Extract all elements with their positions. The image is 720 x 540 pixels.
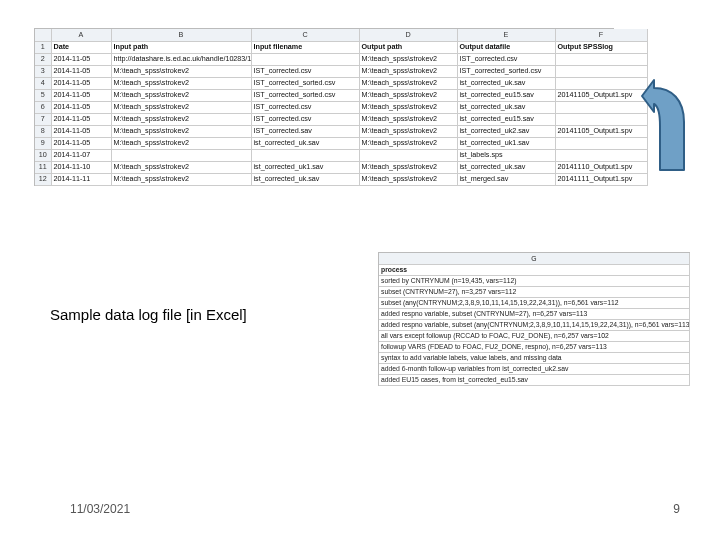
cell[interactable]: subset (CNTRYNUM=27), n=3,257 vars=112 bbox=[379, 286, 690, 297]
header-cell[interactable]: Output datafile bbox=[457, 41, 555, 53]
header-cell[interactable]: Input filename bbox=[251, 41, 359, 53]
cell[interactable]: 2014-11-05 bbox=[51, 137, 111, 149]
cell[interactable]: M:\teach_spss\strokev2 bbox=[359, 137, 457, 149]
cell[interactable]: 20141105_Output1.spv bbox=[555, 89, 647, 101]
cell[interactable]: M:\teach_spss\strokev2 bbox=[111, 125, 251, 137]
row-number[interactable]: 9 bbox=[35, 137, 51, 149]
cell[interactable]: 2014-11-05 bbox=[51, 113, 111, 125]
col-letter[interactable]: B bbox=[111, 29, 251, 41]
col-letter[interactable]: E bbox=[457, 29, 555, 41]
cell[interactable]: 2014-11-05 bbox=[51, 53, 111, 65]
row-number[interactable]: 2 bbox=[35, 53, 51, 65]
cell[interactable]: M:\teach_spss\strokev2 bbox=[111, 137, 251, 149]
cell[interactable]: IST_corrected.csv bbox=[251, 65, 359, 77]
row-number[interactable]: 7 bbox=[35, 113, 51, 125]
row-number[interactable]: 1 bbox=[35, 41, 51, 53]
cell[interactable]: 2014-11-05 bbox=[51, 89, 111, 101]
cell[interactable]: 20141105_Output1.spv bbox=[555, 125, 647, 137]
cell[interactable]: ist_merged.sav bbox=[457, 173, 555, 185]
cell[interactable]: M:\teach_spss\strokev2 bbox=[359, 53, 457, 65]
cell[interactable] bbox=[251, 53, 359, 65]
cell[interactable]: added respno variable, subset (any(CNTRY… bbox=[379, 319, 690, 330]
cell[interactable]: IST_corrected.csv bbox=[457, 53, 555, 65]
cell[interactable]: followup VARS (FDEAD to FOAC, FU2_DONE, … bbox=[379, 341, 690, 352]
cell[interactable]: IST_corrected.csv bbox=[251, 101, 359, 113]
row-number[interactable]: 12 bbox=[35, 173, 51, 185]
cell[interactable]: M:\teach_spss\strokev2 bbox=[111, 173, 251, 185]
row-number[interactable]: 11 bbox=[35, 161, 51, 173]
cell[interactable]: ist_corrected_uk.sav bbox=[457, 101, 555, 113]
cell[interactable]: M:\teach_spss\strokev2 bbox=[359, 173, 457, 185]
cell[interactable]: ist_labels.sps bbox=[457, 149, 555, 161]
cell[interactable]: syntax to add variable labels, value lab… bbox=[379, 352, 690, 363]
cell[interactable]: 20141111_Output1.spv bbox=[555, 173, 647, 185]
cell[interactable] bbox=[111, 149, 251, 161]
cell[interactable] bbox=[555, 113, 647, 125]
cell[interactable] bbox=[555, 101, 647, 113]
header-cell[interactable]: process bbox=[379, 264, 690, 275]
cell[interactable]: IST_corrected.csv bbox=[251, 113, 359, 125]
cell[interactable]: ist_corrected_uk2.sav bbox=[457, 125, 555, 137]
cell[interactable]: IST_corrected.sav bbox=[251, 125, 359, 137]
col-letter[interactable]: D bbox=[359, 29, 457, 41]
header-cell[interactable]: Date bbox=[51, 41, 111, 53]
row-number[interactable]: 8 bbox=[35, 125, 51, 137]
cell[interactable] bbox=[251, 149, 359, 161]
cell[interactable]: ist_corrected_uk.sav bbox=[457, 77, 555, 89]
cell[interactable]: 2014-11-05 bbox=[51, 125, 111, 137]
cell[interactable]: 20141110_Output1.spv bbox=[555, 161, 647, 173]
cell[interactable]: IST_corrected_sorted.csv bbox=[251, 77, 359, 89]
cell[interactable]: added EU15 cases, from ist_corrected_eu1… bbox=[379, 374, 690, 385]
cell[interactable]: ist_corrected_uk.sav bbox=[251, 137, 359, 149]
cell[interactable]: sorted by CNTRYNUM (n=19,435, vars=112) bbox=[379, 275, 690, 286]
row-number[interactable]: 6 bbox=[35, 101, 51, 113]
corner-cell[interactable] bbox=[35, 29, 51, 41]
cell[interactable]: M:\teach_spss\strokev2 bbox=[111, 77, 251, 89]
cell[interactable]: 2014-11-05 bbox=[51, 77, 111, 89]
cell[interactable] bbox=[359, 149, 457, 161]
cell[interactable]: http://datashare.is.ed.ac.uk/handle/1028… bbox=[111, 53, 251, 65]
cell[interactable]: added respno variable, subset (CNTRYNUM=… bbox=[379, 308, 690, 319]
cell[interactable]: 2014-11-10 bbox=[51, 161, 111, 173]
cell[interactable]: 2014-11-07 bbox=[51, 149, 111, 161]
cell[interactable]: M:\teach_spss\strokev2 bbox=[359, 161, 457, 173]
cell[interactable]: M:\teach_spss\strokev2 bbox=[359, 89, 457, 101]
cell[interactable]: M:\teach_spss\strokev2 bbox=[111, 161, 251, 173]
col-letter[interactable]: C bbox=[251, 29, 359, 41]
cell[interactable]: all vars except followup (RCCAD to FOAC,… bbox=[379, 330, 690, 341]
cell[interactable]: M:\teach_spss\strokev2 bbox=[359, 77, 457, 89]
cell[interactable]: M:\teach_spss\strokev2 bbox=[359, 113, 457, 125]
cell[interactable]: IST_corrected_sorted.csv bbox=[457, 65, 555, 77]
col-letter[interactable]: F bbox=[555, 29, 647, 41]
cell[interactable] bbox=[555, 65, 647, 77]
cell[interactable]: M:\teach_spss\strokev2 bbox=[111, 89, 251, 101]
cell[interactable]: M:\teach_spss\strokev2 bbox=[359, 101, 457, 113]
cell[interactable]: subset (any(CNTRYNUM;2,3,8,9,10,11,14,15… bbox=[379, 297, 690, 308]
header-cell[interactable]: Output SPSSlog bbox=[555, 41, 647, 53]
col-letter[interactable]: A bbox=[51, 29, 111, 41]
header-cell[interactable]: Input path bbox=[111, 41, 251, 53]
cell[interactable] bbox=[555, 77, 647, 89]
cell[interactable] bbox=[555, 53, 647, 65]
cell[interactable]: 2014-11-05 bbox=[51, 65, 111, 77]
cell[interactable]: ist_corrected_eu15.sav bbox=[457, 113, 555, 125]
cell[interactable]: ist_corrected_uk1.sav bbox=[457, 137, 555, 149]
cell[interactable] bbox=[555, 149, 647, 161]
row-number[interactable]: 5 bbox=[35, 89, 51, 101]
cell[interactable]: M:\teach_spss\strokev2 bbox=[359, 65, 457, 77]
cell[interactable]: M:\teach_spss\strokev2 bbox=[111, 113, 251, 125]
cell[interactable]: 2014-11-11 bbox=[51, 173, 111, 185]
cell[interactable]: ist_corrected_uk.sav bbox=[457, 161, 555, 173]
cell[interactable]: M:\teach_spss\strokev2 bbox=[111, 101, 251, 113]
cell[interactable]: 2014-11-05 bbox=[51, 101, 111, 113]
cell[interactable] bbox=[555, 137, 647, 149]
cell[interactable]: M:\teach_spss\strokev2 bbox=[111, 65, 251, 77]
col-letter[interactable]: G bbox=[379, 253, 690, 264]
cell[interactable]: ist_corrected_uk.sav bbox=[251, 173, 359, 185]
cell[interactable]: added 6-month follow-up variables from i… bbox=[379, 363, 690, 374]
row-number[interactable]: 3 bbox=[35, 65, 51, 77]
header-cell[interactable]: Output path bbox=[359, 41, 457, 53]
cell[interactable]: ist_corrected_eu15.sav bbox=[457, 89, 555, 101]
row-number[interactable]: 10 bbox=[35, 149, 51, 161]
cell[interactable]: IST_corrected_sorted.csv bbox=[251, 89, 359, 101]
